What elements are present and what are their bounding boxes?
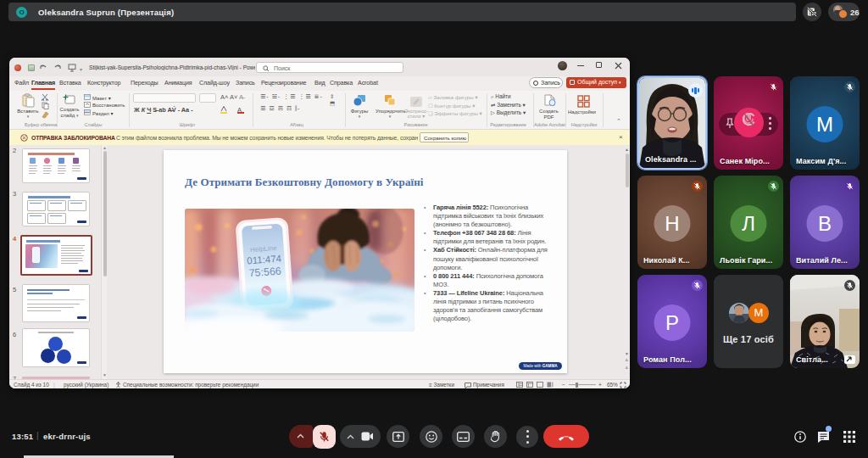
svg-text:75:566: 75:566: [248, 265, 281, 280]
